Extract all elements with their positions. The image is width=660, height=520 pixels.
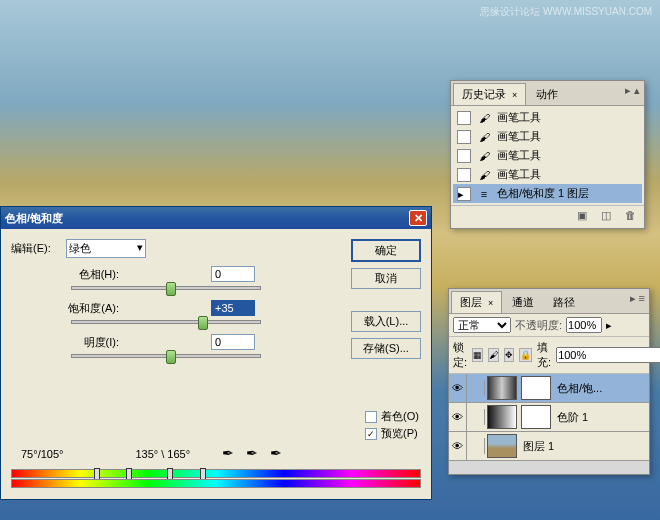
- tab-history[interactable]: 历史记录 ×: [453, 83, 526, 105]
- hue-label: 色相(H):: [61, 267, 131, 282]
- layers-panel: 图层 × 通道 路径 ▸≡ 正常 不透明度: ▸ 锁定: ▦ 🖌 ✥ 🔒 填充:…: [448, 288, 650, 475]
- layers-tabs: 图层 × 通道 路径 ▸≡: [449, 289, 649, 314]
- chevron-down-icon: ▾: [137, 241, 143, 256]
- load-button[interactable]: 载入(L)...: [351, 311, 421, 332]
- layer-name: 色相/饱...: [553, 381, 602, 396]
- brush-icon: 🖌: [477, 149, 491, 163]
- new-icon[interactable]: ◫: [598, 209, 614, 225]
- history-checkbox[interactable]: [457, 168, 471, 182]
- ok-button[interactable]: 确定: [351, 239, 421, 262]
- history-footer: ▣ ◫ 🗑: [451, 205, 644, 228]
- sat-slider[interactable]: [71, 320, 261, 324]
- close-button[interactable]: ✕: [409, 210, 427, 226]
- hue-saturation-dialog: 色相/饱和度 ✕ 编辑(E): 绿色▾ 色相(H):0 饱和度(A):+35 明…: [0, 206, 432, 500]
- chevron-icon[interactable]: ▸: [606, 319, 612, 332]
- history-checkbox[interactable]: ▸: [457, 187, 471, 201]
- range-right: 135° \ 165°: [135, 448, 190, 460]
- slider-thumb[interactable]: [166, 350, 176, 364]
- lock-all-icon[interactable]: 🔒: [519, 348, 532, 362]
- tab-actions[interactable]: 动作: [527, 83, 567, 105]
- spectrum[interactable]: [11, 469, 421, 491]
- layer-name: 色阶 1: [553, 410, 588, 425]
- colorize-checkbox[interactable]: [365, 411, 377, 423]
- edit-combo[interactable]: 绿色▾: [66, 239, 146, 258]
- save-button[interactable]: 存储(S)...: [351, 338, 421, 359]
- sat-label: 饱和度(A):: [61, 301, 131, 316]
- mask-thumb[interactable]: [521, 376, 551, 400]
- link-col[interactable]: [467, 409, 485, 425]
- lock-position-icon[interactable]: ✥: [504, 348, 514, 362]
- panel-menu-icon[interactable]: ▸: [625, 84, 631, 97]
- panel-grip-icon[interactable]: ≡: [639, 292, 645, 305]
- eyedropper-plus-icon[interactable]: ✒: [246, 445, 264, 463]
- history-item[interactable]: 🖌画笔工具: [453, 165, 642, 184]
- layer-thumb[interactable]: [487, 376, 517, 400]
- range-left: 75°/105°: [21, 448, 63, 460]
- snapshot-icon[interactable]: ▣: [574, 209, 590, 225]
- lock-transparent-icon[interactable]: ▦: [472, 348, 483, 362]
- hue-slider[interactable]: [71, 286, 261, 290]
- visibility-icon[interactable]: 👁: [449, 432, 467, 460]
- adjust-icon: ≡: [477, 187, 491, 201]
- titlebar[interactable]: 色相/饱和度 ✕: [1, 207, 431, 229]
- history-checkbox[interactable]: [457, 111, 471, 125]
- lig-slider[interactable]: [71, 354, 261, 358]
- layer-list: 👁 色相/饱... 👁 色阶 1 👁 图层 1: [449, 374, 649, 474]
- layer-item[interactable]: 👁 色相/饱...: [449, 374, 649, 403]
- panel-menu-icon[interactable]: ▸: [630, 292, 636, 305]
- blend-mode-select[interactable]: 正常: [453, 317, 511, 333]
- lock-label: 锁定:: [453, 340, 467, 370]
- layer-item[interactable]: 👁 图层 1: [449, 432, 649, 461]
- eyedropper-icon[interactable]: ✒: [222, 445, 240, 463]
- close-icon[interactable]: ×: [512, 90, 517, 100]
- preview-checkbox[interactable]: ✓: [365, 428, 377, 440]
- panel-collapse-icon[interactable]: ▴: [634, 84, 640, 97]
- layer-name: 图层 1: [519, 439, 554, 454]
- slider-thumb[interactable]: [198, 316, 208, 330]
- brush-icon: 🖌: [477, 168, 491, 182]
- mask-thumb[interactable]: [521, 405, 551, 429]
- sat-input[interactable]: +35: [211, 300, 255, 316]
- watermark: 思缘设计论坛 WWW.MISSYUAN.COM: [480, 5, 652, 19]
- cancel-button[interactable]: 取消: [351, 268, 421, 289]
- dialog-title: 色相/饱和度: [5, 211, 409, 226]
- history-checkbox[interactable]: [457, 149, 471, 163]
- lig-input[interactable]: 0: [211, 334, 255, 350]
- hue-input[interactable]: 0: [211, 266, 255, 282]
- lock-pixels-icon[interactable]: 🖌: [488, 348, 499, 362]
- edit-label: 编辑(E):: [11, 241, 66, 256]
- preview-label: 预览(P): [381, 426, 418, 441]
- layer-thumb[interactable]: [487, 405, 517, 429]
- fill-label: 填充:: [537, 340, 551, 370]
- tab-layers[interactable]: 图层 ×: [451, 291, 502, 313]
- history-item[interactable]: 🖌画笔工具: [453, 146, 642, 165]
- tab-channels[interactable]: 通道: [503, 291, 543, 313]
- opacity-label: 不透明度:: [515, 318, 562, 333]
- history-panel: 历史记录 × 动作 ▸▴ 🖌画笔工具 🖌画笔工具 🖌画笔工具 🖌画笔工具 ▸≡色…: [450, 80, 645, 229]
- close-icon[interactable]: ×: [488, 298, 493, 308]
- eyedropper-minus-icon[interactable]: ✒: [270, 445, 288, 463]
- brush-icon: 🖌: [477, 130, 491, 144]
- link-col[interactable]: [467, 380, 485, 396]
- opacity-input[interactable]: [566, 317, 602, 333]
- visibility-icon[interactable]: 👁: [449, 374, 467, 402]
- blend-opacity-row: 正常 不透明度: ▸: [449, 314, 649, 337]
- fill-input[interactable]: [556, 347, 660, 363]
- trash-icon[interactable]: 🗑: [622, 209, 638, 225]
- lock-row: 锁定: ▦ 🖌 ✥ 🔒 填充: ▸: [449, 337, 649, 374]
- history-list: 🖌画笔工具 🖌画笔工具 🖌画笔工具 🖌画笔工具 ▸≡色相/饱和度 1 图层: [451, 106, 644, 205]
- lig-label: 明度(I):: [61, 335, 131, 350]
- history-checkbox[interactable]: [457, 130, 471, 144]
- history-item[interactable]: ▸≡色相/饱和度 1 图层: [453, 184, 642, 203]
- layer-thumb[interactable]: [487, 434, 517, 458]
- tab-paths[interactable]: 路径: [544, 291, 584, 313]
- link-col[interactable]: [467, 438, 485, 454]
- history-item[interactable]: 🖌画笔工具: [453, 108, 642, 127]
- visibility-icon[interactable]: 👁: [449, 403, 467, 431]
- colorize-label: 着色(O): [381, 409, 419, 424]
- history-item[interactable]: 🖌画笔工具: [453, 127, 642, 146]
- history-tabs: 历史记录 × 动作 ▸▴: [451, 81, 644, 106]
- slider-thumb[interactable]: [166, 282, 176, 296]
- layer-item[interactable]: 👁 色阶 1: [449, 403, 649, 432]
- brush-icon: 🖌: [477, 111, 491, 125]
